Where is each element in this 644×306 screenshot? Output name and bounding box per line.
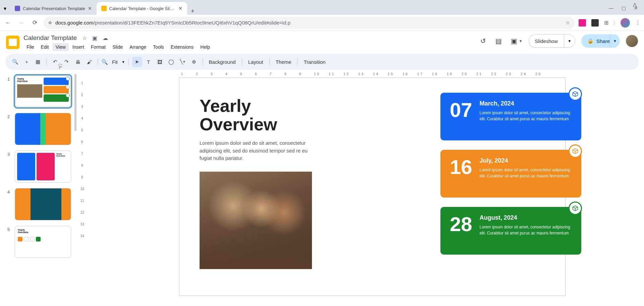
event-body: Lorem ipsum dolor sit amet, consectetur …	[480, 224, 572, 236]
reload-button[interactable]: ⟳	[30, 18, 40, 28]
menu-bar: File Edit View Insert Format Slide Arran…	[23, 43, 213, 51]
address-bar[interactable]: ⚙ docs.google.com/presentation/d/13FEEhk…	[44, 17, 575, 29]
layout-button[interactable]: Layout	[246, 59, 266, 65]
menu-help[interactable]: Help	[197, 43, 213, 51]
slide-thumbnail-4[interactable]	[15, 188, 71, 220]
document-title[interactable]: Calendar Template	[23, 34, 77, 42]
url-text: docs.google.com/presentation/d/13FEEhkZn…	[55, 20, 290, 26]
select-tool-button[interactable]: ➤	[132, 57, 142, 67]
menu-file[interactable]: File	[23, 43, 37, 51]
share-options-button[interactable]: ▼	[610, 34, 620, 48]
menu-edit[interactable]: Edit	[38, 43, 52, 51]
close-icon[interactable]: ✕	[178, 6, 182, 11]
zoom-label: Fit	[109, 59, 120, 65]
profile-avatar[interactable]	[621, 18, 630, 28]
menu-format[interactable]: Format	[88, 43, 109, 51]
redo-button[interactable]: ↷	[61, 57, 71, 67]
lock-icon: 🔒	[587, 38, 594, 44]
maximize-icon[interactable]: ▢	[622, 5, 626, 11]
extensions-button[interactable]: ⊞	[604, 19, 608, 26]
history-icon[interactable]: ↺	[479, 37, 488, 45]
background-button[interactable]: Background	[206, 59, 238, 65]
slide-panel[interactable]: 1 YearlyOverview 2	[0, 71, 77, 305]
hide-menus-icon[interactable]: ᐱ	[633, 2, 637, 8]
search-menus-button[interactable]: 🔍	[10, 57, 20, 67]
account-avatar[interactable]	[626, 35, 638, 47]
menu-extensions[interactable]: Extensions	[168, 43, 197, 51]
favicon-icon	[15, 6, 20, 11]
back-button[interactable]: ←	[3, 18, 13, 28]
insert-comment-button[interactable]: ⊕	[189, 57, 199, 67]
tab-search-button[interactable]: ▾	[0, 2, 10, 15]
slideshow-button[interactable]: Slideshow	[529, 34, 564, 48]
browser-tab-0[interactable]: Calendar Presentation Template ✕	[10, 2, 97, 15]
minimize-icon[interactable]: —	[609, 5, 613, 11]
slide-number: 2	[7, 113, 11, 145]
chrome-menu-icon[interactable]: ⋮	[635, 19, 641, 26]
zoom-icon: 🔍	[101, 59, 108, 65]
slide-number: 4	[7, 188, 11, 220]
menu-view[interactable]: View	[53, 43, 69, 51]
new-tab-button[interactable]: +	[187, 8, 199, 15]
theme-button[interactable]: Theme	[273, 59, 294, 65]
menu-arrange[interactable]: Arrange	[126, 43, 149, 51]
event-card-march[interactable]: 07 March, 2024Lorem ipsum dolor sit amet…	[440, 93, 581, 140]
slide-thumbnail-5[interactable]: YearlyOverview	[15, 226, 71, 258]
extension-icon[interactable]	[579, 19, 586, 27]
meet-icon[interactable]: ▣	[509, 37, 519, 45]
menu-slide[interactable]: Slide	[109, 43, 126, 51]
vertical-ruler[interactable]: 1234567891011121314	[77, 77, 87, 242]
chevron-down-icon: ▼	[122, 60, 125, 64]
transition-button[interactable]: Transition	[301, 59, 328, 65]
horizontal-ruler[interactable]: 1234567891011121314151617181920212223242…	[94, 71, 637, 77]
insert-image-button[interactable]: 🖼	[155, 57, 165, 67]
zoom-control[interactable]: 🔍 Fit ▼	[101, 59, 125, 65]
event-day: 16	[450, 157, 472, 190]
slide-canvas[interactable]: Yearly Overview Lorem ipsum dolor sed do…	[179, 78, 565, 296]
slideshow-label: Slideshow	[535, 38, 558, 44]
site-info-icon[interactable]: ⚙	[48, 20, 52, 25]
extension-icon[interactable]	[591, 19, 599, 27]
toolbar: 🔍 ＋ ▦ ↶ ↷ 🖶 🖌 🔍 Fit ▼ ➤ T 🖼 ◯ ╲ ▼ ⊕ Back…	[5, 54, 639, 70]
insert-line-button[interactable]: ╲ ▼	[178, 57, 188, 67]
text-box-button[interactable]: T	[144, 57, 154, 67]
tab-title: Calendar Presentation Template	[23, 6, 85, 11]
mouse-cursor-icon: ☟	[58, 62, 62, 71]
close-icon[interactable]: ✕	[88, 6, 92, 11]
event-cards: 07 March, 2024Lorem ipsum dolor sit amet…	[440, 93, 581, 255]
layout-templates-button[interactable]: ▦	[33, 57, 43, 67]
slides-logo-icon[interactable]	[6, 36, 19, 49]
slide-thumbnail-3[interactable]: YearlyOverview	[15, 150, 71, 183]
comments-icon[interactable]: ▤	[494, 37, 503, 45]
cloud-status-icon[interactable]: ☁	[103, 35, 108, 41]
slide-thumbnail-2[interactable]	[15, 113, 71, 145]
star-icon[interactable]: ☆	[82, 35, 87, 41]
tab-title: Calendar Template - Google Slides	[109, 6, 176, 11]
slideshow-options-button[interactable]: ▼	[564, 34, 575, 48]
slide-description[interactable]: Lorem ipsum dolor sed do sit amet, conse…	[200, 139, 310, 162]
event-date: March, 2024	[480, 100, 572, 107]
star-icon[interactable]: ☆	[566, 20, 570, 26]
chevron-down-icon[interactable]: ▼	[519, 39, 523, 43]
forward-button[interactable]: →	[17, 18, 26, 28]
extensions-area: ⊞ | ⋮	[579, 18, 641, 28]
move-folder-icon[interactable]: ▣	[92, 35, 97, 41]
slide-image[interactable]	[200, 172, 312, 269]
print-button[interactable]: 🖶	[73, 57, 83, 67]
cube-icon	[569, 87, 582, 101]
event-body: Lorem ipsum dolor sit amet, consectetur …	[480, 167, 572, 179]
browser-tab-strip: ▾ Calendar Presentation Template ✕ Calen…	[0, 0, 644, 15]
menu-tools[interactable]: Tools	[150, 43, 167, 51]
share-label: Share	[596, 38, 610, 44]
event-body: Lorem ipsum dolor sit amet, consectetur …	[480, 110, 572, 122]
paint-format-button[interactable]: 🖌	[84, 57, 94, 67]
event-card-july[interactable]: 16 July, 2024Lorem ipsum dolor sit amet,…	[440, 150, 581, 198]
new-slide-button[interactable]: ＋	[21, 57, 32, 67]
slide-thumbnail-1[interactable]: YearlyOverview	[15, 75, 71, 107]
canvas-area[interactable]: 1234567891011121314151617181920212223242…	[77, 71, 644, 305]
event-card-august[interactable]: 28 August, 2024Lorem ipsum dolor sit ame…	[440, 207, 581, 255]
menu-insert[interactable]: Insert	[69, 43, 87, 51]
scrollbar[interactable]	[74, 74, 76, 131]
browser-tab-1[interactable]: Calendar Template - Google Slides ✕	[97, 2, 187, 15]
insert-shape-button[interactable]: ◯	[166, 57, 176, 67]
